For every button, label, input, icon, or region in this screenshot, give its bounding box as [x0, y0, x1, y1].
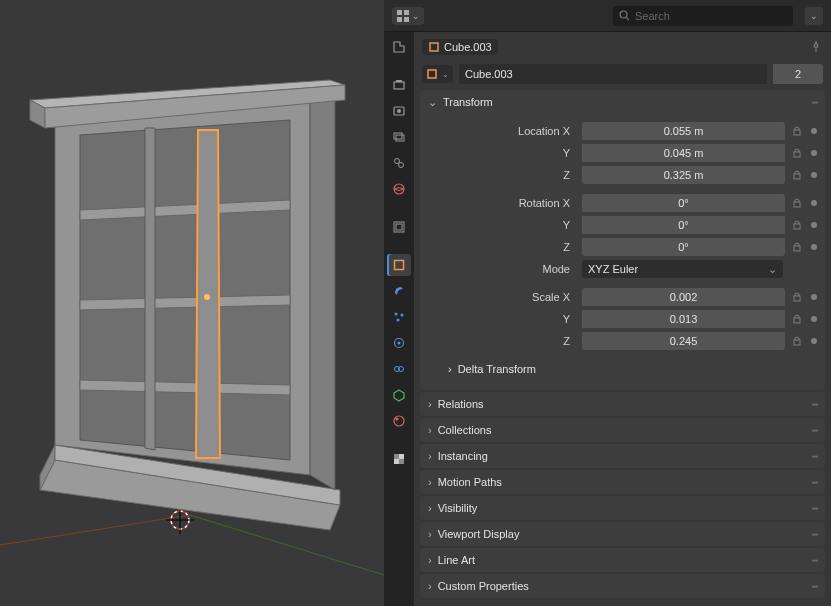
object-datablock[interactable]: Cube.003 — [422, 39, 498, 55]
tab-constraints[interactable] — [387, 358, 411, 380]
disclosure-right-icon: › — [428, 476, 432, 488]
object-icon — [428, 41, 440, 53]
keyframe-dot[interactable] — [811, 294, 817, 300]
disclosure-right-icon: › — [428, 450, 432, 462]
panel-options-icon[interactable]: ┅ — [812, 425, 819, 436]
panel-options-icon[interactable]: ┅ — [812, 399, 819, 410]
lock-icon[interactable] — [789, 311, 805, 327]
tab-view-layer[interactable] — [387, 126, 411, 148]
tab-world[interactable] — [387, 178, 411, 200]
editor-type-selector[interactable]: ⌄ — [392, 7, 424, 25]
tab-data[interactable] — [387, 384, 411, 406]
label-rotation-mode: Mode — [428, 263, 578, 275]
search-input[interactable] — [613, 6, 793, 26]
tab-modifiers[interactable] — [387, 280, 411, 302]
panel-relations: ›Relations┅ — [420, 392, 825, 416]
label-scale-z: Z — [428, 335, 578, 347]
keyframe-dot[interactable] — [811, 200, 817, 206]
panel-options-icon[interactable]: ┅ — [812, 97, 819, 108]
keyframe-dot[interactable] — [811, 150, 817, 156]
object-name-field[interactable]: Cube.003 — [459, 64, 767, 84]
keyframe-dot[interactable] — [811, 316, 817, 322]
scale-z-field[interactable]: 0.245 — [582, 332, 785, 350]
tab-scene[interactable] — [387, 152, 411, 174]
svg-rect-48 — [794, 318, 800, 323]
panel-motion-paths: ›Motion Paths┅ — [420, 470, 825, 494]
tab-object[interactable] — [387, 254, 411, 276]
tab-tool[interactable] — [387, 36, 411, 58]
panel-visibility: ›Visibility┅ — [420, 496, 825, 520]
chevron-down-icon: ⌄ — [810, 11, 818, 21]
tab-physics[interactable] — [387, 332, 411, 354]
svg-point-20 — [395, 159, 400, 164]
scale-y-field[interactable]: 0.013 — [582, 310, 785, 328]
lock-icon[interactable] — [789, 239, 805, 255]
chevron-down-icon: ⌄ — [412, 11, 420, 21]
tab-output[interactable] — [387, 100, 411, 122]
location-y-field[interactable]: 0.045 m — [582, 144, 785, 162]
svg-point-27 — [401, 314, 404, 317]
options-dropdown[interactable]: ⌄ — [805, 7, 823, 25]
panel-viewport-display: ›Viewport Display┅ — [420, 522, 825, 546]
keyframe-dot[interactable] — [811, 338, 817, 344]
svg-rect-9 — [404, 10, 409, 15]
keyframe-dot[interactable] — [811, 222, 817, 228]
label-location-x: Location X — [428, 125, 578, 137]
rotation-y-field[interactable]: 0° — [582, 216, 785, 234]
panel-instancing: ›Instancing┅ — [420, 444, 825, 468]
keyframe-dot[interactable] — [811, 128, 817, 134]
svg-point-28 — [397, 319, 400, 322]
location-z-field[interactable]: 0.325 m — [582, 166, 785, 184]
keyframe-dot[interactable] — [811, 172, 817, 178]
svg-point-22 — [394, 184, 404, 194]
lock-icon[interactable] — [789, 123, 805, 139]
panel-options-icon[interactable]: ┅ — [812, 451, 819, 462]
tab-render[interactable] — [387, 74, 411, 96]
svg-rect-44 — [794, 202, 800, 207]
panel-transform: ⌄ Transform ┅ Location X 0.055 m — [420, 90, 825, 390]
viewport-3d[interactable] — [0, 0, 384, 606]
panel-options-icon[interactable]: ┅ — [812, 477, 819, 488]
lock-icon[interactable] — [789, 145, 805, 161]
properties-region: Cube.003 ⌄ Cube.003 2 ⌄ Transform — [414, 32, 831, 606]
svg-point-17 — [397, 109, 401, 113]
svg-rect-37 — [399, 454, 404, 459]
users-count[interactable]: 2 — [773, 64, 823, 84]
svg-rect-19 — [396, 135, 404, 141]
keyframe-dot[interactable] — [811, 244, 817, 250]
subpanel-delta-transform[interactable]: › Delta Transform — [428, 358, 817, 380]
tab-texture[interactable] — [387, 448, 411, 470]
location-x-field[interactable]: 0.055 m — [582, 122, 785, 140]
tab-material[interactable] — [387, 410, 411, 432]
panel-options-icon[interactable]: ┅ — [812, 555, 819, 566]
svg-point-21 — [399, 163, 404, 168]
panel-options-icon[interactable]: ┅ — [812, 581, 819, 592]
disclosure-right-icon: › — [448, 363, 452, 375]
lock-icon[interactable] — [789, 217, 805, 233]
lock-icon[interactable] — [789, 167, 805, 183]
svg-rect-24 — [396, 224, 402, 230]
label-rotation-y: Y — [428, 219, 578, 231]
tab-collection[interactable] — [387, 216, 411, 238]
svg-rect-11 — [404, 17, 409, 22]
lock-icon[interactable] — [789, 333, 805, 349]
pin-icon[interactable] — [809, 40, 823, 54]
disclosure-right-icon: › — [428, 502, 432, 514]
svg-rect-41 — [794, 130, 800, 135]
svg-rect-15 — [396, 80, 402, 82]
rotation-z-field[interactable]: 0° — [582, 238, 785, 256]
panel-header-transform[interactable]: ⌄ Transform ┅ — [420, 90, 825, 114]
scale-x-field[interactable]: 0.002 — [582, 288, 785, 306]
label-location-z: Z — [428, 169, 578, 181]
lock-icon[interactable] — [789, 195, 805, 211]
tab-particles[interactable] — [387, 306, 411, 328]
chevron-down-icon: ⌄ — [442, 70, 449, 79]
lock-icon[interactable] — [789, 289, 805, 305]
rotation-x-field[interactable]: 0° — [582, 194, 785, 212]
label-scale-y: Y — [428, 313, 578, 325]
data-link-button[interactable]: ⌄ — [422, 65, 453, 83]
panel-options-icon[interactable]: ┅ — [812, 529, 819, 540]
disclosure-right-icon: › — [428, 424, 432, 436]
panel-options-icon[interactable]: ┅ — [812, 503, 819, 514]
rotation-mode-select[interactable]: XYZ Euler — [582, 260, 783, 278]
